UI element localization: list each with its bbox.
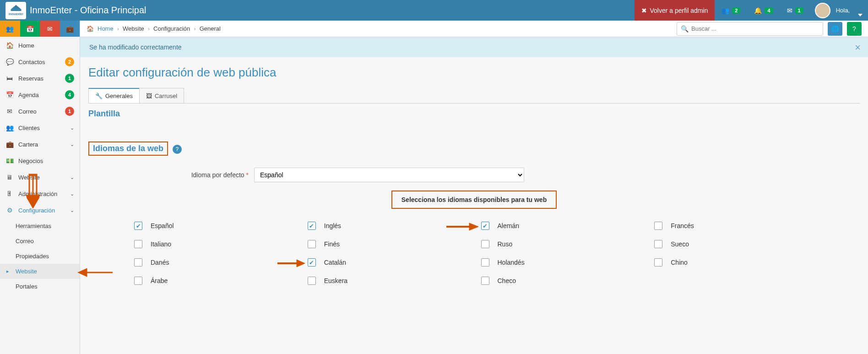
checkbox-cs[interactable]: [481, 277, 489, 285]
back-admin-label: Volver a perfil admin: [650, 7, 708, 14]
sidebar-sub-portales[interactable]: Portales: [0, 279, 80, 294]
lang-label: Árabe: [151, 277, 168, 284]
svg-marker-8: [469, 223, 478, 230]
envelope-icon: ✉: [47, 25, 53, 33]
quick-calendar-button[interactable]: 📅: [20, 21, 40, 37]
help-button[interactable]: ?: [847, 22, 862, 36]
sidebar-item-correo[interactable]: ✉ Correo 1: [0, 103, 80, 120]
sidebar-item-label: Clientes: [18, 125, 65, 131]
envelope-icon: ✉: [787, 7, 792, 14]
sidebar-sub-propiedades[interactable]: Propiedades: [0, 249, 80, 264]
users-icon: 👥: [722, 7, 729, 14]
users-icon: 👥: [5, 124, 14, 131]
alert-close-button[interactable]: ×: [855, 42, 861, 54]
default-language-label: Idioma por defecto *: [88, 171, 249, 179]
checkbox-sv[interactable]: [654, 240, 662, 248]
lang-label: Euskera: [324, 277, 347, 284]
svg-text:inmoenter: inmoenter: [8, 12, 23, 16]
lang-fr: Francés: [654, 222, 814, 230]
app-topbar: inmoenter InmoEnter - Oficina Principal …: [0, 0, 868, 21]
chevron-right-icon: ›: [194, 25, 195, 32]
lang-nl: Holandés: [481, 258, 641, 267]
quick-users-button[interactable]: 👥: [0, 21, 20, 37]
badge: 1: [65, 74, 74, 83]
sidebar-item-administracion[interactable]: 🎚 Administración ⌄: [0, 185, 80, 202]
avatar[interactable]: [815, 3, 830, 18]
sidebar-sub-correo[interactable]: Correo: [0, 234, 80, 249]
question-icon: ?: [852, 25, 856, 33]
tab-generales[interactable]: 🔧 Generales: [88, 88, 140, 103]
breadcrumb-website[interactable]: Website: [123, 25, 144, 32]
sidebar-sub-website[interactable]: Website: [0, 264, 80, 279]
sidebar-item-label: Home: [18, 42, 74, 49]
checkbox-ar[interactable]: [134, 277, 142, 285]
calendar-icon: 📅: [26, 25, 34, 33]
quick-mail-button[interactable]: ✉: [40, 21, 60, 37]
checkbox-da[interactable]: [134, 258, 142, 267]
briefcase-icon: 💼: [5, 141, 14, 148]
quick-briefcase-button[interactable]: 💼: [60, 21, 80, 37]
required-marker: *: [246, 171, 249, 179]
checkbox-fr[interactable]: [654, 222, 662, 230]
chevron-right-icon: ›: [148, 25, 150, 32]
topnotif-users[interactable]: 👥 2: [715, 0, 747, 21]
topnotif-bell[interactable]: 🔔 4: [747, 0, 780, 21]
checkbox-it[interactable]: [134, 240, 142, 248]
user-menu[interactable]: Hola,: [830, 7, 868, 14]
sidebar-item-negocios[interactable]: 💵 Negocios: [0, 152, 80, 169]
chat-icon: 💬: [5, 58, 14, 65]
section-idiomas: Idiomas de la web: [88, 142, 168, 156]
tab-carrusel[interactable]: 🖼 Carrusel: [139, 88, 184, 103]
checkbox-ca[interactable]: [308, 258, 316, 267]
search-input[interactable]: [691, 25, 819, 32]
sidebar-sub-label: Herramientas: [16, 223, 51, 229]
search-box[interactable]: 🔍: [677, 22, 823, 36]
lang-sv: Sueco: [654, 240, 814, 248]
sidebar-item-configuracion[interactable]: ⚙ Configuración ⌄: [0, 202, 80, 218]
sidebar-sub-herramientas[interactable]: Herramientas: [0, 218, 80, 234]
hola-label: Hola,: [836, 7, 850, 14]
globe-button[interactable]: 🌐: [828, 22, 842, 36]
lang-label: Finés: [324, 240, 340, 248]
checkbox-de[interactable]: [481, 222, 489, 230]
sidebar-sub-label: Correo: [16, 238, 34, 245]
checkbox-ru[interactable]: [481, 240, 489, 248]
checkbox-nl[interactable]: [481, 258, 489, 267]
home-icon: 🏠: [5, 42, 14, 49]
breadcrumb-home[interactable]: Home: [98, 25, 114, 32]
sidebar-item-agenda[interactable]: 📅 Agenda 4: [0, 87, 80, 103]
breadcrumb-config[interactable]: Configuración: [153, 25, 190, 32]
money-icon: 💵: [5, 157, 14, 164]
checkbox-fi[interactable]: [308, 240, 316, 248]
calendar-icon: 📅: [5, 91, 14, 98]
sidebar-item-reservas[interactable]: 🛏 Reservas 1: [0, 70, 80, 87]
lang-label: Danés: [151, 259, 169, 266]
default-language-row: Idioma por defecto * Español: [88, 168, 860, 182]
app-logo: inmoenter: [5, 2, 26, 19]
sidebar-item-website[interactable]: 🖥 Website ⌄: [0, 169, 80, 185]
chevron-down-icon: ⌄: [70, 125, 74, 131]
checkbox-zh[interactable]: [654, 258, 662, 267]
section-plantilla: Plantilla: [88, 109, 860, 119]
bed-icon: 🛏: [5, 75, 14, 82]
help-idiomas-button[interactable]: ?: [173, 145, 182, 154]
lang-label: Español: [151, 222, 174, 229]
tab-label: Generales: [105, 93, 133, 99]
badge-mail: 1: [795, 7, 803, 14]
sidebar-item-label: Reservas: [18, 75, 60, 82]
checkbox-es[interactable]: [134, 222, 142, 230]
topnotif-mail[interactable]: ✉ 1: [780, 0, 810, 21]
lang-es: Español: [134, 222, 294, 230]
checkbox-en[interactable]: [308, 222, 316, 230]
lang-ru: Ruso: [481, 240, 641, 248]
sidebar-item-clientes[interactable]: 👥 Clientes ⌄: [0, 120, 80, 136]
checkbox-eu[interactable]: [308, 277, 316, 285]
lang-da: Danés: [134, 258, 294, 267]
sidebar-item-home[interactable]: 🏠 Home: [0, 37, 80, 54]
languages-banner: Selecciona los idiomas disponibles para …: [391, 191, 557, 209]
default-language-select[interactable]: Español: [254, 168, 524, 182]
lang-label: Italiano: [151, 240, 171, 248]
sidebar-item-contactos[interactable]: 💬 Contactos 2: [0, 54, 80, 70]
sidebar-item-cartera[interactable]: 💼 Cartera ⌄: [0, 136, 80, 152]
back-admin-button[interactable]: ✖ Volver a perfil admin: [635, 0, 715, 21]
